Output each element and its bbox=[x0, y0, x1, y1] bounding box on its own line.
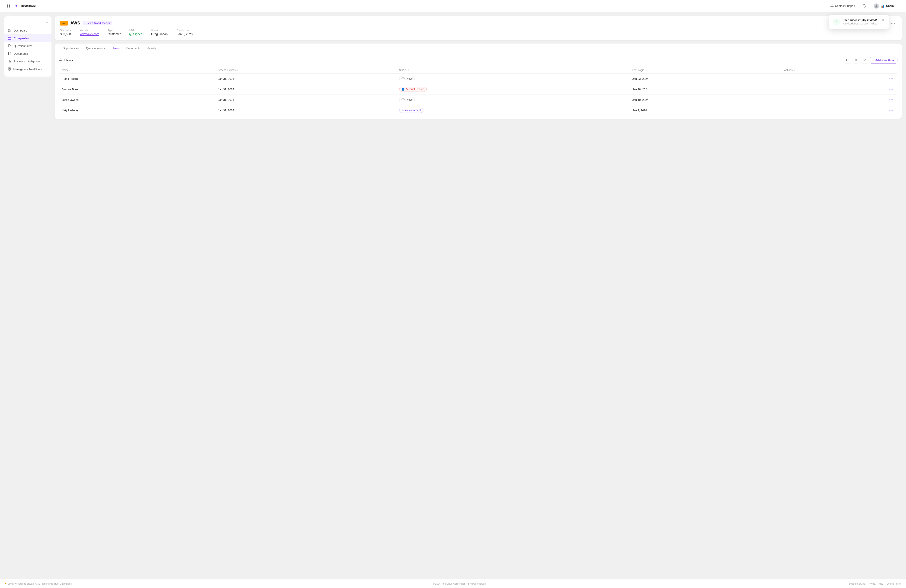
search-button[interactable] bbox=[844, 57, 851, 64]
svg-rect-2 bbox=[7, 6, 8, 8]
svg-point-4 bbox=[876, 5, 877, 6]
meta-label: Total Value bbox=[60, 29, 72, 32]
company-header-left: aws AWS View linked account bbox=[60, 21, 112, 25]
sidebar-item-companies[interactable]: Companies bbox=[4, 34, 51, 42]
status-label: Active bbox=[405, 77, 413, 80]
main-content: aws AWS View linked account Last Updated… bbox=[55, 16, 902, 575]
company-name: AWS bbox=[70, 21, 80, 25]
cell-last-login: Jan 10, 2024 bbox=[630, 94, 782, 105]
cell-name: Frank Ricard bbox=[59, 73, 215, 84]
company-meta: Total Value $83,000 Website www.aws.com … bbox=[60, 29, 896, 36]
cell-actions bbox=[782, 73, 897, 84]
status-badge: 👤Account Expired bbox=[399, 87, 427, 92]
row-more-button[interactable] bbox=[888, 77, 895, 80]
toast-body: User successfully invited! Katy Ledecky … bbox=[842, 18, 879, 25]
footer-privacy-link[interactable]: Privacy Policy bbox=[868, 582, 883, 585]
footer-cookie-link[interactable]: Cookie Policy bbox=[887, 582, 901, 585]
sidebar-item-label: Business Intelligence bbox=[14, 60, 40, 63]
columns-button[interactable] bbox=[853, 57, 860, 64]
expired-icon: 👤 bbox=[402, 88, 405, 91]
svg-rect-1 bbox=[9, 5, 10, 6]
heart-icon: ♥ bbox=[5, 582, 6, 585]
manage-inner: Manage my TrustShare bbox=[8, 67, 42, 71]
add-new-user-button[interactable]: + Add New User bbox=[870, 57, 897, 64]
companies-icon bbox=[8, 36, 11, 40]
cell-status: ✉Invitation Sent bbox=[397, 105, 630, 116]
chain-selector[interactable]: 📊 Chain bbox=[871, 2, 901, 10]
cell-last-login: Jan 28, 2024 bbox=[630, 84, 782, 94]
dashboard-icon bbox=[8, 29, 11, 32]
meta-website-link[interactable]: www.aws.com bbox=[80, 32, 99, 36]
status-badge: ○Active bbox=[399, 76, 415, 81]
cell-access-expires: Jan 31, 2024 bbox=[215, 105, 397, 116]
svg-point-15 bbox=[846, 59, 848, 61]
users-title: Users bbox=[59, 58, 73, 62]
svg-rect-9 bbox=[8, 38, 11, 40]
cell-actions bbox=[782, 84, 897, 94]
toast-success-icon: ✓ bbox=[833, 18, 840, 25]
svg-rect-5 bbox=[8, 29, 10, 30]
tab-activity[interactable]: Activity bbox=[144, 43, 160, 53]
row-more-button[interactable] bbox=[888, 109, 895, 112]
meta-value: Customer bbox=[108, 32, 121, 36]
col-actions: Actions ↕ bbox=[782, 67, 897, 73]
tab-opportunities[interactable]: Opportunities bbox=[59, 43, 83, 53]
active-icon: ○ bbox=[402, 98, 405, 101]
footer: ♥ Joyfully crafted to elevate GRC leader… bbox=[0, 579, 906, 588]
cell-last-login: Jan 23, 2024 bbox=[630, 73, 782, 84]
meta-created-on: Created on Jan 5, 2023 bbox=[177, 29, 193, 36]
footer-links: Terms of Service Privacy Policy Cookie P… bbox=[847, 582, 901, 585]
sidebar-item-label: Manage my TrustShare bbox=[13, 67, 42, 71]
table-row: Simone BilesJan 31, 2024👤Account Expired… bbox=[59, 84, 897, 94]
svg-rect-0 bbox=[7, 5, 8, 6]
filter-button[interactable] bbox=[861, 57, 868, 64]
cell-name: Katy Ledecky bbox=[59, 105, 215, 116]
svg-rect-8 bbox=[8, 31, 10, 32]
sidebar-item-business-intelligence[interactable]: Business Intelligence bbox=[4, 57, 51, 65]
sidebar-collapse-button[interactable]: « bbox=[45, 20, 49, 25]
contact-support-button[interactable]: Contact Support bbox=[828, 3, 857, 9]
table-body: Frank RicardJan 31, 2024○ActiveJan 23, 2… bbox=[59, 73, 897, 116]
svg-point-14 bbox=[60, 59, 61, 60]
notifications-button[interactable] bbox=[861, 3, 868, 10]
view-linked-account-button[interactable]: View linked account bbox=[83, 21, 112, 25]
tab-questionnaires[interactable]: Questionnaires bbox=[83, 43, 108, 53]
row-more-button[interactable] bbox=[888, 88, 895, 91]
tab-users[interactable]: Users bbox=[108, 43, 123, 53]
status-badge: ○Active bbox=[399, 97, 415, 102]
topnav-right: Contact Support 📊 Chain bbox=[828, 2, 901, 10]
table-header-row: Name ↕ Access Expires ↕ Status ↕ Last Lo… bbox=[59, 67, 897, 73]
linked-account-label: View linked account bbox=[88, 22, 111, 25]
footer-left: ♥ Joyfully crafted to elevate GRC leader… bbox=[5, 582, 72, 585]
company-more-button[interactable] bbox=[889, 22, 896, 24]
documents-icon bbox=[8, 52, 11, 56]
toast-close-button[interactable]: × bbox=[882, 18, 885, 22]
sidebar-item-questionnaires[interactable]: Questionnaires bbox=[4, 42, 51, 50]
status-badge: ✉Invitation Sent bbox=[399, 108, 423, 113]
sidebar-item-dashboard[interactable]: Dashboard bbox=[4, 27, 51, 34]
users-toolbar: Users bbox=[59, 57, 897, 64]
meta-website: Website www.aws.com bbox=[80, 29, 99, 36]
cell-status: ○Active bbox=[397, 94, 630, 105]
invitation-icon: ✉ bbox=[402, 109, 404, 112]
brand-name: TrustShare bbox=[19, 4, 36, 8]
footer-terms-link[interactable]: Terms of Service bbox=[847, 582, 865, 585]
meta-value: Jan 5, 2023 bbox=[177, 32, 193, 36]
sidebar-item-documents[interactable]: Documents bbox=[4, 50, 51, 57]
active-icon: ○ bbox=[402, 77, 405, 80]
tab-documents[interactable]: Documents bbox=[123, 43, 144, 53]
aws-logo-text: aws bbox=[62, 22, 65, 24]
grid-icon[interactable] bbox=[5, 3, 12, 10]
brand: ✦ TrustShare bbox=[14, 4, 36, 8]
sidebar-item-manage-trustshare[interactable]: Manage my TrustShare bbox=[4, 65, 51, 73]
users-table: Name ↕ Access Expires ↕ Status ↕ Last Lo… bbox=[59, 67, 897, 115]
meta-label: Owner bbox=[151, 29, 168, 32]
col-access-expires: Access Expires ↕ bbox=[215, 67, 397, 73]
company-card: aws AWS View linked account Last Updated… bbox=[55, 16, 902, 40]
row-more-button[interactable] bbox=[888, 99, 895, 101]
svg-point-13 bbox=[9, 69, 10, 69]
chain-avatar bbox=[874, 3, 879, 9]
toast-title: User successfully invited! bbox=[842, 18, 879, 22]
chevron-down-icon bbox=[895, 5, 898, 7]
company-header: aws AWS View linked account Last Updated… bbox=[60, 21, 896, 25]
